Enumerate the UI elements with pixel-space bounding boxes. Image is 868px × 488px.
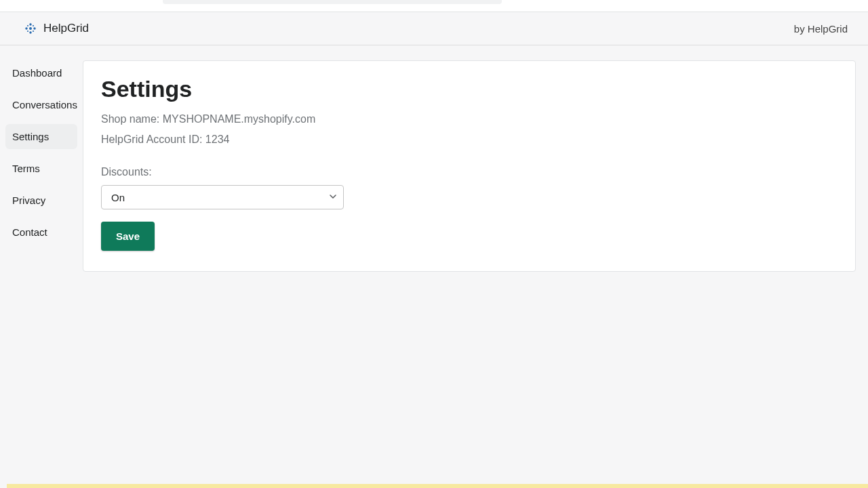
shop-name-line: Shop name: MYSHOPNAME.myshopify.com bbox=[101, 113, 837, 125]
svg-point-3 bbox=[33, 27, 35, 29]
sidebar-item-contact[interactable]: Contact bbox=[5, 220, 77, 245]
sidebar-item-terms[interactable]: Terms bbox=[5, 156, 77, 181]
discounts-select-wrap: On bbox=[101, 185, 344, 209]
svg-point-1 bbox=[29, 31, 31, 33]
layout: Dashboard Conversations Settings Terms P… bbox=[0, 45, 868, 476]
app-header: HelpGrid by HelpGrid bbox=[0, 12, 868, 45]
svg-point-4 bbox=[29, 27, 32, 30]
discounts-label: Discounts: bbox=[101, 166, 837, 178]
svg-point-2 bbox=[25, 27, 27, 29]
bottom-strip bbox=[7, 484, 868, 488]
page-title: Settings bbox=[101, 76, 837, 102]
svg-point-0 bbox=[29, 23, 31, 25]
sidebar-item-privacy[interactable]: Privacy bbox=[5, 188, 77, 213]
sidebar: Dashboard Conversations Settings Terms P… bbox=[5, 48, 77, 251]
svg-point-7 bbox=[27, 30, 28, 32]
sidebar-item-dashboard[interactable]: Dashboard bbox=[5, 60, 77, 85]
shopify-topbar bbox=[0, 0, 868, 12]
sidebar-item-conversations[interactable]: Conversations bbox=[5, 92, 77, 117]
brand: HelpGrid bbox=[24, 22, 89, 35]
save-button[interactable]: Save bbox=[101, 222, 155, 251]
svg-point-8 bbox=[33, 30, 34, 32]
settings-card: Settings Shop name: MYSHOPNAME.myshopify… bbox=[83, 60, 856, 272]
main: Settings Shop name: MYSHOPNAME.myshopify… bbox=[77, 48, 868, 284]
discounts-select[interactable]: On bbox=[101, 185, 344, 209]
account-id-line: HelpGrid Account ID: 1234 bbox=[101, 134, 837, 146]
svg-point-5 bbox=[27, 25, 28, 26]
brand-text: HelpGrid bbox=[43, 22, 89, 35]
svg-point-6 bbox=[33, 25, 34, 26]
helpgrid-logo-icon bbox=[24, 22, 37, 35]
sidebar-item-settings[interactable]: Settings bbox=[5, 124, 77, 149]
brand-byline: by HelpGrid bbox=[794, 23, 848, 35]
shopify-search-placeholder[interactable] bbox=[163, 0, 502, 4]
